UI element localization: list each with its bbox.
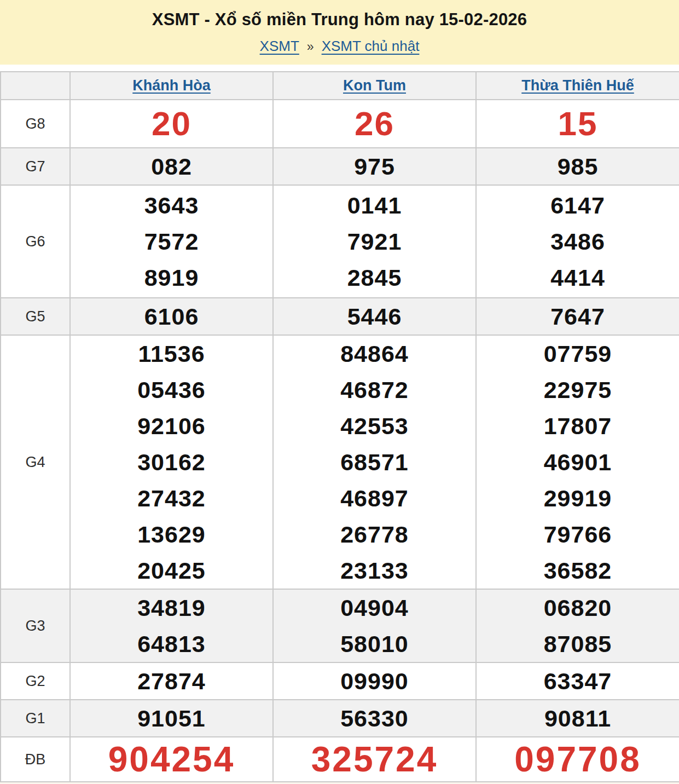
prize-cell-g6-kon-tum: 014179212845 xyxy=(273,185,476,298)
prize-cell-db-kon-tum: 325724 xyxy=(273,737,476,782)
prize-number: 26778 xyxy=(274,516,475,552)
prize-cell-db-thua-thien-hue: 097708 xyxy=(476,737,679,782)
breadcrumb-link-xsmt-chu-nhat[interactable]: XSMT chủ nhật xyxy=(322,38,420,55)
prize-cell-g6-thua-thien-hue: 614734864414 xyxy=(476,185,679,298)
prize-number: 23133 xyxy=(274,552,475,589)
prize-label-g3: G3 xyxy=(1,589,70,662)
prize-row-g8: G8202615 xyxy=(1,100,679,148)
prize-number: 17807 xyxy=(477,408,679,444)
prize-number: 975 xyxy=(274,148,475,185)
page: XSMT - Xổ số miền Trung hôm nay 15-02-20… xyxy=(0,0,679,784)
prize-number: 64813 xyxy=(71,626,272,662)
prize-cell-g1-khanh-hoa: 91051 xyxy=(70,700,273,737)
prize-number: 04904 xyxy=(274,590,475,626)
prize-cell-g2-khanh-hoa: 27874 xyxy=(70,662,273,700)
prize-number: 22975 xyxy=(477,372,679,408)
prize-number: 11536 xyxy=(71,336,272,372)
prize-cell-g8-kon-tum: 26 xyxy=(273,100,476,148)
prize-number: 3486 xyxy=(477,223,679,260)
prize-label-g6: G6 xyxy=(1,185,70,298)
prize-label-g2: G2 xyxy=(1,662,70,700)
prize-row-g6: G6364375728919014179212845614734864414 xyxy=(1,185,679,298)
province-header-khanh-hoa: Khánh Hòa xyxy=(70,72,273,100)
prize-label-db: ĐB xyxy=(1,737,70,782)
prize-number: 5446 xyxy=(274,298,475,335)
prize-number: 05436 xyxy=(71,372,272,408)
prize-number: 4414 xyxy=(477,260,679,296)
prize-label-g4: G4 xyxy=(1,335,70,589)
prize-number: 985 xyxy=(477,148,679,185)
prize-label-g7: G7 xyxy=(1,148,70,185)
prize-row-g2: G2278740999063347 xyxy=(1,662,679,700)
prize-number: 27432 xyxy=(71,480,272,516)
province-link-thua-thien-hue[interactable]: Thừa Thiên Huế xyxy=(521,77,634,94)
prize-number: 79766 xyxy=(477,516,679,552)
prize-cell-g5-khanh-hoa: 6106 xyxy=(70,298,273,335)
province-header-kon-tum: Kon Tum xyxy=(273,72,476,100)
prize-number: 90811 xyxy=(477,700,679,736)
prize-number: 56330 xyxy=(274,700,475,736)
prize-number: 13629 xyxy=(71,516,272,552)
prize-row-g5: G5610654467647 xyxy=(1,298,679,335)
prize-number: 082 xyxy=(71,148,272,185)
prize-row-db: ĐB904254325724097708 xyxy=(1,737,679,782)
prize-number: 29919 xyxy=(477,480,679,516)
prize-number: 34819 xyxy=(71,590,272,626)
prize-number: 904254 xyxy=(71,738,272,781)
province-link-khanh-hoa[interactable]: Khánh Hòa xyxy=(132,77,211,94)
prize-cell-g8-thua-thien-hue: 15 xyxy=(476,100,679,148)
page-title: XSMT - Xổ số miền Trung hôm nay 15-02-20… xyxy=(152,10,527,30)
prize-cell-g5-kon-tum: 5446 xyxy=(273,298,476,335)
prize-row-g3: G3348196481304904580100682087085 xyxy=(1,589,679,662)
prize-number: 20 xyxy=(71,101,272,147)
prize-number: 097708 xyxy=(477,738,679,781)
prize-number: 68571 xyxy=(274,444,475,480)
prize-cell-g2-kon-tum: 09990 xyxy=(273,662,476,700)
prize-cell-g3-kon-tum: 0490458010 xyxy=(273,589,476,662)
prize-number: 8919 xyxy=(71,260,272,296)
header-banner: XSMT - Xổ số miền Trung hôm nay 15-02-20… xyxy=(0,0,679,65)
prize-cell-g8-khanh-hoa: 20 xyxy=(70,100,273,148)
prize-number: 2845 xyxy=(274,260,475,296)
prize-cell-g1-thua-thien-hue: 90811 xyxy=(476,700,679,737)
prize-number: 63347 xyxy=(477,663,679,699)
prize-column-header xyxy=(1,72,70,100)
prize-cell-g4-khanh-hoa: 11536054369210630162274321362920425 xyxy=(70,335,273,589)
prize-cell-db-khanh-hoa: 904254 xyxy=(70,737,273,782)
prize-cell-g5-thua-thien-hue: 7647 xyxy=(476,298,679,335)
province-link-kon-tum[interactable]: Kon Tum xyxy=(343,77,406,94)
province-header-thua-thien-hue: Thừa Thiên Huế xyxy=(476,72,679,100)
prize-number: 07759 xyxy=(477,336,679,372)
prize-number: 58010 xyxy=(274,626,475,662)
province-header-row: Khánh Hòa Kon Tum Thừa Thiên Huế xyxy=(1,72,679,100)
prize-number: 15 xyxy=(477,101,679,147)
prize-number: 26 xyxy=(274,101,475,147)
breadcrumb: XSMT » XSMT chủ nhật xyxy=(260,38,420,55)
prize-number: 87085 xyxy=(477,626,679,662)
breadcrumb-separator-icon: » xyxy=(307,39,314,54)
prize-number: 325724 xyxy=(274,738,475,781)
prize-cell-g1-kon-tum: 56330 xyxy=(273,700,476,737)
prize-number: 27874 xyxy=(71,663,272,699)
prize-number: 42553 xyxy=(274,408,475,444)
breadcrumb-link-xsmt[interactable]: XSMT xyxy=(260,38,299,55)
prize-number: 36582 xyxy=(477,552,679,589)
prize-cell-g4-kon-tum: 84864468724255368571468972677823133 xyxy=(273,335,476,589)
prize-number: 6147 xyxy=(477,187,679,223)
prize-cell-g3-thua-thien-hue: 0682087085 xyxy=(476,589,679,662)
prize-label-g1: G1 xyxy=(1,700,70,737)
prize-number: 20425 xyxy=(71,552,272,589)
prize-row-g7: G7082975985 xyxy=(1,148,679,185)
prize-number: 91051 xyxy=(71,700,272,736)
prize-number: 92106 xyxy=(71,408,272,444)
prize-row-g1: G1910515633090811 xyxy=(1,700,679,737)
prize-number: 46872 xyxy=(274,372,475,408)
prize-number: 30162 xyxy=(71,444,272,480)
prize-number: 7921 xyxy=(274,223,475,260)
prize-cell-g2-thua-thien-hue: 63347 xyxy=(476,662,679,700)
prize-number: 6106 xyxy=(71,298,272,335)
prize-label-g5: G5 xyxy=(1,298,70,335)
prize-number: 46901 xyxy=(477,444,679,480)
prize-cell-g7-thua-thien-hue: 985 xyxy=(476,148,679,185)
banner-table-gap xyxy=(0,65,679,71)
